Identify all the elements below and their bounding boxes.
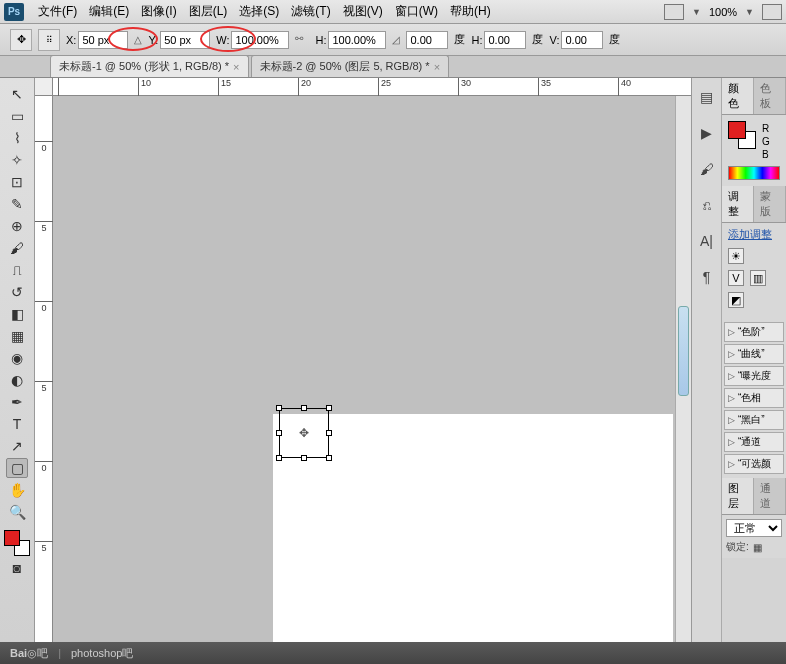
marquee-tool[interactable]: ▭: [6, 106, 28, 126]
transform-handle[interactable]: [326, 405, 332, 411]
color-swatches[interactable]: [4, 530, 30, 556]
clone-panel-icon[interactable]: ⎌: [696, 194, 718, 216]
tab-masks[interactable]: 蒙版: [754, 186, 786, 222]
brush-panel-icon[interactable]: 🖌: [696, 158, 718, 180]
brightness-icon[interactable]: ☀: [728, 248, 744, 264]
hskew-input[interactable]: [484, 31, 526, 49]
quick-mask-icon[interactable]: ◙: [6, 558, 28, 578]
chevron-down-icon[interactable]: ▼: [745, 7, 754, 17]
workspace: ↖ ▭ ⌇ ✧ ⊡ ✎ ⊕ 🖌 ⎍ ↺ ◧ ▦ ◉ ◐ ✒ T ↗ ▢ ✋ 🔍 …: [0, 78, 786, 642]
vibrance-icon[interactable]: V: [728, 270, 744, 286]
document-tab[interactable]: 未标题-1 @ 50% (形状 1, RGB/8) *×: [50, 55, 249, 77]
tab-adjustments[interactable]: 调整: [722, 186, 754, 222]
hand-tool[interactable]: ✋: [6, 480, 28, 500]
y-label: Y:: [148, 34, 158, 46]
menu-image[interactable]: 图像(I): [135, 3, 182, 20]
close-icon[interactable]: ×: [233, 61, 239, 73]
close-icon[interactable]: ×: [434, 61, 440, 73]
zoom-tool[interactable]: 🔍: [6, 502, 28, 522]
shape-tool[interactable]: ▢: [6, 458, 28, 478]
y-input[interactable]: [160, 31, 210, 49]
actions-panel-icon[interactable]: ▶: [696, 122, 718, 144]
crop-tool[interactable]: ⊡: [6, 172, 28, 192]
reference-point-icon[interactable]: ⠿: [38, 29, 60, 51]
menu-edit[interactable]: 编辑(E): [83, 3, 135, 20]
screen-mode-icon[interactable]: [762, 4, 782, 20]
tab-layers[interactable]: 图层: [722, 478, 754, 514]
preset-bw[interactable]: ▷“黑白”: [724, 410, 784, 430]
eraser-tool[interactable]: ◧: [6, 304, 28, 324]
vertical-ruler[interactable]: 050505: [35, 96, 53, 642]
brush-tool[interactable]: 🖌: [6, 238, 28, 258]
canvas-viewport[interactable]: ✥: [53, 96, 691, 642]
ruler-origin[interactable]: [35, 78, 53, 96]
w-input[interactable]: [231, 31, 289, 49]
tab-color[interactable]: 颜色: [722, 78, 754, 114]
panel-fg-color[interactable]: [728, 121, 746, 139]
eyedropper-tool[interactable]: ✎: [6, 194, 28, 214]
history-brush-tool[interactable]: ↺: [6, 282, 28, 302]
preset-selective[interactable]: ▷“可选颜: [724, 454, 784, 474]
invert-icon[interactable]: ◩: [728, 292, 744, 308]
move-tool[interactable]: ↖: [6, 84, 28, 104]
menu-layer[interactable]: 图层(L): [183, 3, 234, 20]
tab-swatches[interactable]: 色板: [754, 78, 786, 114]
paragraph-panel-icon[interactable]: ¶: [696, 266, 718, 288]
menu-select[interactable]: 选择(S): [233, 3, 285, 20]
lock-transparency-icon[interactable]: ▦: [753, 542, 762, 553]
menu-file[interactable]: 文件(F): [32, 3, 83, 20]
blur-tool[interactable]: ◉: [6, 348, 28, 368]
transform-handle[interactable]: [276, 430, 282, 436]
pen-tool[interactable]: ✒: [6, 392, 28, 412]
link-icon[interactable]: ⚯: [295, 33, 309, 47]
vskew-input[interactable]: [561, 31, 603, 49]
magic-wand-tool[interactable]: ✧: [6, 150, 28, 170]
lasso-tool[interactable]: ⌇: [6, 128, 28, 148]
transform-handle[interactable]: [326, 430, 332, 436]
transform-handle[interactable]: [301, 455, 307, 461]
dodge-tool[interactable]: ◐: [6, 370, 28, 390]
transform-handle[interactable]: [301, 405, 307, 411]
zoom-level[interactable]: 100%: [709, 6, 737, 18]
preset-levels[interactable]: ▷“色阶”: [724, 322, 784, 342]
gradient-tool[interactable]: ▦: [6, 326, 28, 346]
character-panel-icon[interactable]: A|: [696, 230, 718, 252]
history-panel-icon[interactable]: ▤: [696, 86, 718, 108]
stamp-tool[interactable]: ⎍: [6, 260, 28, 280]
hue-icon[interactable]: ▥: [750, 270, 766, 286]
transform-tool-icon[interactable]: ✥: [10, 29, 32, 51]
transform-bounding-box[interactable]: ✥: [279, 408, 329, 458]
menu-view[interactable]: 视图(V): [337, 3, 389, 20]
workspace-layout-icon[interactable]: [664, 4, 684, 20]
transform-handle[interactable]: [276, 405, 282, 411]
menu-filter[interactable]: 滤镜(T): [285, 3, 336, 20]
healing-tool[interactable]: ⊕: [6, 216, 28, 236]
blend-mode-select[interactable]: 正常: [726, 519, 782, 537]
transform-center-icon[interactable]: ✥: [299, 426, 309, 440]
tab-channels[interactable]: 通道: [754, 478, 786, 514]
document-canvas[interactable]: [273, 414, 673, 642]
chevron-down-icon[interactable]: ▼: [692, 7, 701, 17]
color-spectrum[interactable]: [728, 166, 780, 180]
h-input[interactable]: [328, 31, 386, 49]
vertical-scrollbar[interactable]: [675, 96, 691, 642]
horizontal-ruler[interactable]: 10152025303540: [53, 78, 691, 96]
options-bar: ✥ ⠿ X: △ Y: W: ⚯ H: ◿ 度 H: 度 V: 度: [0, 24, 786, 56]
menu-help[interactable]: 帮助(H): [444, 3, 497, 20]
document-tab[interactable]: 未标题-2 @ 50% (图层 5, RGB/8) *×: [251, 55, 450, 77]
x-input[interactable]: [78, 31, 128, 49]
preset-curves[interactable]: ▷“曲线”: [724, 344, 784, 364]
panel-color-swatch[interactable]: [728, 121, 756, 149]
preset-exposure[interactable]: ▷“曝光度: [724, 366, 784, 386]
preset-channel[interactable]: ▷“通道: [724, 432, 784, 452]
transform-handle[interactable]: [276, 455, 282, 461]
foreground-color[interactable]: [4, 530, 20, 546]
path-tool[interactable]: ↗: [6, 436, 28, 456]
type-tool[interactable]: T: [6, 414, 28, 434]
angle-input[interactable]: [406, 31, 448, 49]
transform-handle[interactable]: [326, 455, 332, 461]
scrollbar-thumb[interactable]: [678, 306, 689, 396]
preset-hue[interactable]: ▷“色相: [724, 388, 784, 408]
menu-window[interactable]: 窗口(W): [389, 3, 444, 20]
add-adjustment-link[interactable]: 添加调整: [728, 227, 780, 242]
